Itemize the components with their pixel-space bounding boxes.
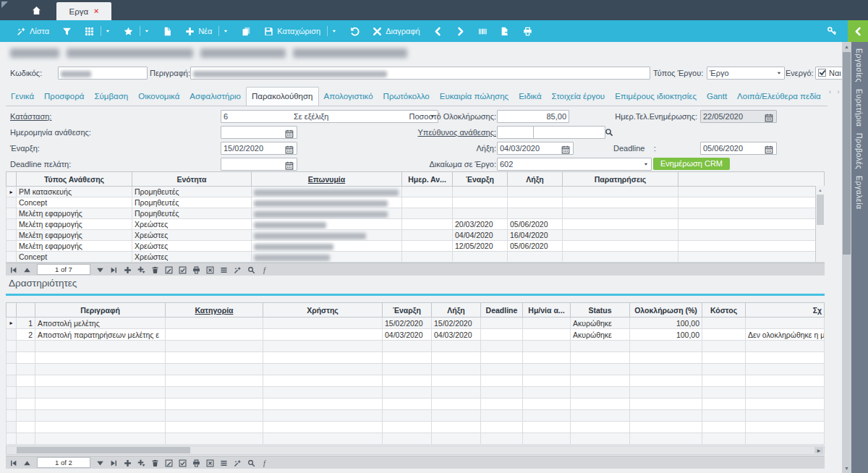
table-row[interactable] bbox=[7, 375, 825, 387]
start-date-field[interactable]: 15/02/2020 bbox=[221, 142, 297, 155]
table-row[interactable] bbox=[7, 352, 825, 364]
tab-3[interactable]: Οικονομικά bbox=[133, 88, 184, 106]
sidebar-item-1[interactable]: Ευρετήρια bbox=[855, 89, 864, 127]
tab-8[interactable]: Ευκαιρία πώλησης bbox=[435, 88, 514, 106]
tab-erga[interactable]: Εργα × bbox=[56, 2, 111, 20]
nav-print-button[interactable] bbox=[192, 263, 200, 276]
calendar-icon[interactable] bbox=[285, 143, 295, 153]
column-header-Ημ/νία α...[interactable]: Ημ/νία α... bbox=[523, 303, 571, 318]
keys-button[interactable] bbox=[827, 20, 838, 42]
pager-position[interactable]: 1 of 7 bbox=[37, 264, 90, 275]
tab-14[interactable]: Έγγραφα/Παρατη bbox=[826, 88, 827, 106]
project-right-select[interactable]: 602 bbox=[497, 158, 652, 171]
table-row[interactable]: Μελέτη εφαρμογήςΧρεώστες20/03/202005/06/… bbox=[7, 219, 825, 230]
nav-excel-button[interactable] bbox=[206, 456, 214, 469]
column-header-Περιγραφή[interactable]: Περιγραφή bbox=[35, 303, 166, 318]
toolbar-button-funnel[interactable] bbox=[56, 20, 78, 42]
column-header-Έναρξη[interactable]: Έναρξη bbox=[383, 303, 432, 318]
column-header-blank-8[interactable] bbox=[678, 172, 825, 187]
last-update-field[interactable]: 22/05/2020 bbox=[700, 110, 777, 123]
column-header-blank-0[interactable] bbox=[7, 303, 17, 318]
nav-search-button[interactable] bbox=[247, 263, 255, 276]
table-row[interactable]: ▸PM κατασκευήςΠρομηθευτές bbox=[7, 187, 825, 197]
column-header-Κατηγορία[interactable]: Κατηγορία bbox=[166, 303, 263, 318]
scroll-down-icon[interactable]: ▼ bbox=[842, 464, 851, 473]
table-row[interactable]: ConceptΠρομηθευτές bbox=[7, 197, 825, 208]
toolbar-button-barcode[interactable] bbox=[472, 20, 494, 42]
calendar-icon[interactable] bbox=[285, 127, 295, 137]
nav-wand-button[interactable] bbox=[234, 263, 242, 276]
scroll-up-icon[interactable]: ▲ bbox=[816, 186, 825, 194]
table-row[interactable] bbox=[7, 399, 825, 410]
column-header-Παρατηρήσεις[interactable]: Παρατηρήσεις bbox=[563, 172, 678, 187]
collapse-panel-button[interactable] bbox=[848, 20, 868, 42]
content-scrollbar[interactable]: ▲ ▼ bbox=[842, 42, 851, 473]
tab-6[interactable]: Απολογιστικό bbox=[319, 88, 378, 106]
tab-0[interactable]: Γενικά bbox=[6, 88, 39, 106]
assignee-label[interactable]: Υπεύθυνος ανάθεσης: bbox=[375, 126, 496, 139]
toolbar-button-copy[interactable] bbox=[235, 20, 258, 42]
scroll-right-icon[interactable]: ▶ bbox=[814, 447, 823, 453]
nav-check-button[interactable] bbox=[179, 456, 187, 469]
home-tab[interactable] bbox=[22, 0, 51, 20]
toolbar-button-grid[interactable] bbox=[78, 20, 117, 42]
table-row[interactable]: ConceptΧρεώστες bbox=[7, 252, 825, 263]
activities-hscrollbar[interactable]: ▶ bbox=[6, 446, 825, 455]
toolbar-button-wand[interactable]: Λίστα bbox=[10, 20, 56, 42]
nav-fx-button[interactable] bbox=[261, 263, 269, 276]
table-row[interactable] bbox=[7, 422, 825, 433]
nav-plus-button[interactable] bbox=[124, 456, 132, 469]
code-field[interactable] bbox=[58, 67, 148, 80]
table-row[interactable]: Μελέτη εφαρμογήςΧρεώστες12/05/202005/06/… bbox=[7, 241, 825, 252]
nav-last-button[interactable] bbox=[110, 263, 118, 276]
description-field[interactable] bbox=[190, 67, 650, 80]
end-date-field[interactable]: 04/03/2020 bbox=[497, 142, 574, 155]
table-row[interactable] bbox=[7, 387, 825, 399]
sidebar-item-3[interactable]: Εργαλεία bbox=[855, 176, 864, 210]
scrollbar-thumb[interactable] bbox=[843, 52, 851, 255]
tab-9[interactable]: Ειδικά bbox=[514, 88, 546, 106]
table-row[interactable]: 2Αποστολή παρατηρήσεων μελέτης ε04/03/20… bbox=[7, 329, 825, 341]
column-header-Ολοκλήρωση (%)[interactable]: Ολοκλήρωση (%) bbox=[630, 303, 702, 318]
pager-position[interactable]: 1 of 2 bbox=[37, 457, 90, 468]
toolbar-button-print[interactable] bbox=[516, 20, 539, 42]
table-row[interactable]: Μελέτη εφαρμογήςΠρομηθευτές bbox=[7, 208, 825, 219]
tab-13[interactable]: Λοιπά/Ελεύθερα πεδία bbox=[732, 88, 826, 106]
column-header-Σχ[interactable]: Σχ bbox=[746, 303, 825, 318]
nav-down-button[interactable] bbox=[96, 456, 104, 469]
assignee-lookup-button[interactable] bbox=[603, 126, 616, 138]
column-header-Deadline[interactable]: Deadline bbox=[481, 303, 523, 318]
toolbar-button-file[interactable] bbox=[156, 20, 179, 42]
column-header-Κόστος[interactable]: Κόστος bbox=[702, 303, 746, 318]
table-row[interactable] bbox=[7, 341, 825, 352]
tab-scroll-arrows[interactable]: ‹ › bbox=[829, 88, 842, 95]
column-header-Status[interactable]: Status bbox=[571, 303, 630, 318]
nav-up-button[interactable] bbox=[23, 456, 31, 469]
toolbar-button-undo[interactable] bbox=[344, 20, 366, 42]
scrollbar-thumb[interactable] bbox=[17, 447, 190, 453]
toolbar-button-export[interactable] bbox=[494, 20, 516, 42]
assign-date-field[interactable] bbox=[221, 126, 297, 139]
toolbar-button-x[interactable]: Διαγραφή bbox=[366, 20, 427, 42]
calendar-icon[interactable] bbox=[285, 159, 295, 169]
table-row[interactable] bbox=[7, 433, 825, 445]
completion-field[interactable]: 85,00 bbox=[497, 110, 569, 123]
tab-7[interactable]: Πρωτόκολλο bbox=[378, 88, 435, 106]
toolbar-button-star[interactable] bbox=[117, 20, 156, 42]
nav-plus-button[interactable] bbox=[124, 263, 132, 276]
table-row[interactable] bbox=[7, 410, 825, 422]
tab-2[interactable]: Σύμβαση bbox=[89, 88, 133, 106]
nav-trash-button[interactable] bbox=[151, 263, 159, 276]
toolbar-button-save[interactable]: Καταχώριση bbox=[258, 20, 344, 42]
nav-excel-button[interactable] bbox=[206, 263, 214, 276]
table-row[interactable]: Μελέτη εφαρμογήςΧρεώστες04/04/202016/04/… bbox=[7, 230, 825, 241]
nav-trash-button[interactable] bbox=[151, 456, 159, 469]
nav-fx-button[interactable] bbox=[261, 456, 269, 469]
toolbar-button-chevr[interactable] bbox=[449, 20, 472, 42]
calendar-icon[interactable] bbox=[561, 143, 571, 153]
toolbar-button-plus[interactable]: Νέα bbox=[179, 20, 235, 42]
status-label[interactable]: Κατάσταση: bbox=[10, 110, 51, 123]
column-header-Ενότητα[interactable]: Ενότητα bbox=[132, 172, 252, 187]
column-header-Χρήστης[interactable]: Χρήστης bbox=[263, 303, 383, 318]
nav-search-button[interactable] bbox=[247, 456, 255, 469]
